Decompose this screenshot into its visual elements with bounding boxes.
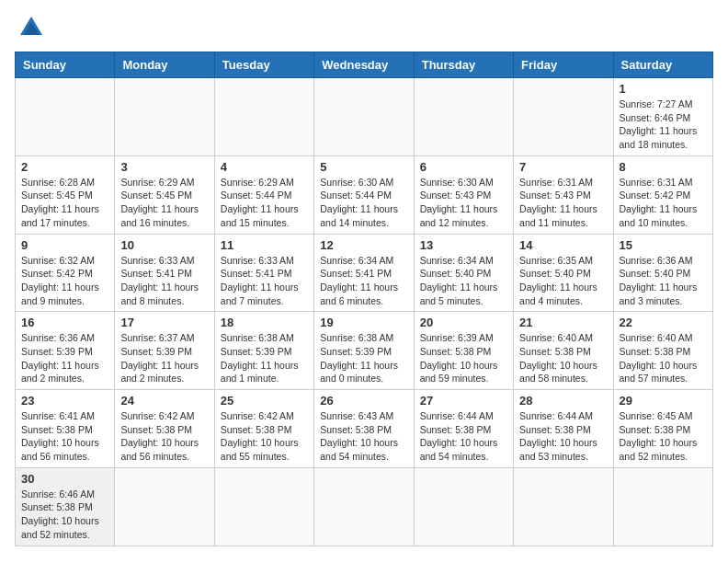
day-info: Sunrise: 6:33 AM Sunset: 5:41 PM Dayligh… bbox=[120, 254, 208, 308]
day-info: Sunrise: 6:30 AM Sunset: 5:44 PM Dayligh… bbox=[320, 176, 407, 230]
day-number: 25 bbox=[221, 394, 308, 408]
day-info: Sunrise: 6:39 AM Sunset: 5:38 PM Dayligh… bbox=[420, 331, 507, 385]
day-number: 3 bbox=[120, 160, 208, 174]
calendar-day-cell: 7Sunrise: 6:31 AM Sunset: 5:43 PM Daylig… bbox=[514, 155, 613, 234]
weekday-header-thursday: Thursday bbox=[414, 52, 513, 78]
day-info: Sunrise: 6:43 AM Sunset: 5:38 PM Dayligh… bbox=[320, 409, 407, 464]
calendar-day-cell: 15Sunrise: 6:36 AM Sunset: 5:40 PM Dayli… bbox=[613, 234, 712, 312]
calendar-day-cell: 22Sunrise: 6:40 AM Sunset: 5:38 PM Dayli… bbox=[613, 312, 712, 390]
calendar-day-cell: 12Sunrise: 6:34 AM Sunset: 5:41 PM Dayli… bbox=[314, 234, 414, 312]
calendar-week-row: 9Sunrise: 6:32 AM Sunset: 5:42 PM Daylig… bbox=[16, 234, 713, 312]
calendar-day-cell bbox=[414, 78, 513, 156]
calendar-day-cell bbox=[115, 78, 214, 156]
calendar-day-cell bbox=[314, 78, 414, 156]
day-number: 12 bbox=[320, 238, 407, 252]
calendar-day-cell: 2Sunrise: 6:28 AM Sunset: 5:45 PM Daylig… bbox=[16, 155, 115, 234]
weekday-header-wednesday: Wednesday bbox=[314, 52, 414, 78]
day-info: Sunrise: 6:30 AM Sunset: 5:43 PM Dayligh… bbox=[420, 176, 507, 230]
day-number: 6 bbox=[420, 160, 507, 174]
day-number: 1 bbox=[620, 82, 707, 96]
calendar-day-cell: 13Sunrise: 6:34 AM Sunset: 5:40 PM Dayli… bbox=[414, 234, 513, 312]
calendar-day-cell bbox=[115, 467, 214, 546]
calendar-day-cell: 1Sunrise: 7:27 AM Sunset: 6:46 PM Daylig… bbox=[613, 78, 712, 156]
day-info: Sunrise: 6:46 AM Sunset: 5:38 PM Dayligh… bbox=[21, 488, 108, 542]
day-number: 2 bbox=[21, 160, 108, 174]
day-info: Sunrise: 6:31 AM Sunset: 5:43 PM Dayligh… bbox=[519, 176, 607, 230]
calendar-day-cell: 30Sunrise: 6:46 AM Sunset: 5:38 PM Dayli… bbox=[16, 467, 115, 546]
day-info: Sunrise: 6:37 AM Sunset: 5:39 PM Dayligh… bbox=[120, 331, 208, 385]
calendar-day-cell: 16Sunrise: 6:36 AM Sunset: 5:39 PM Dayli… bbox=[16, 312, 115, 390]
day-info: Sunrise: 6:40 AM Sunset: 5:38 PM Dayligh… bbox=[620, 331, 707, 385]
weekday-header-sunday: Sunday bbox=[16, 52, 115, 78]
day-info: Sunrise: 6:33 AM Sunset: 5:41 PM Dayligh… bbox=[221, 254, 308, 308]
day-number: 19 bbox=[320, 316, 407, 329]
calendar-day-cell: 27Sunrise: 6:44 AM Sunset: 5:38 PM Dayli… bbox=[414, 390, 513, 468]
calendar-day-cell: 25Sunrise: 6:42 AM Sunset: 5:38 PM Dayli… bbox=[214, 390, 313, 468]
logo-icon bbox=[18, 15, 44, 40]
calendar-day-cell: 10Sunrise: 6:33 AM Sunset: 5:41 PM Dayli… bbox=[115, 234, 214, 312]
day-number: 26 bbox=[320, 394, 407, 408]
day-info: Sunrise: 6:42 AM Sunset: 5:38 PM Dayligh… bbox=[221, 409, 308, 464]
calendar-day-cell: 21Sunrise: 6:40 AM Sunset: 5:38 PM Dayli… bbox=[514, 312, 613, 390]
calendar-day-cell: 5Sunrise: 6:30 AM Sunset: 5:44 PM Daylig… bbox=[314, 155, 414, 234]
day-number: 5 bbox=[320, 160, 407, 174]
calendar-day-cell: 17Sunrise: 6:37 AM Sunset: 5:39 PM Dayli… bbox=[115, 312, 214, 390]
day-number: 22 bbox=[620, 316, 707, 329]
calendar-day-cell: 20Sunrise: 6:39 AM Sunset: 5:38 PM Dayli… bbox=[414, 312, 513, 390]
calendar-day-cell bbox=[514, 78, 613, 156]
day-number: 24 bbox=[120, 394, 208, 408]
day-info: Sunrise: 6:44 AM Sunset: 5:38 PM Dayligh… bbox=[420, 409, 507, 464]
calendar-day-cell: 24Sunrise: 6:42 AM Sunset: 5:38 PM Dayli… bbox=[115, 390, 214, 468]
day-info: Sunrise: 6:28 AM Sunset: 5:45 PM Dayligh… bbox=[21, 176, 108, 230]
day-number: 8 bbox=[620, 160, 707, 174]
calendar-week-row: 16Sunrise: 6:36 AM Sunset: 5:39 PM Dayli… bbox=[16, 312, 713, 390]
day-number: 7 bbox=[519, 160, 607, 174]
calendar-day-cell: 19Sunrise: 6:38 AM Sunset: 5:39 PM Dayli… bbox=[314, 312, 414, 390]
calendar-day-cell bbox=[214, 467, 313, 546]
day-number: 17 bbox=[120, 316, 208, 329]
day-info: Sunrise: 6:29 AM Sunset: 5:45 PM Dayligh… bbox=[120, 176, 208, 230]
day-number: 14 bbox=[519, 238, 607, 252]
day-info: Sunrise: 6:36 AM Sunset: 5:40 PM Dayligh… bbox=[620, 254, 707, 308]
day-info: Sunrise: 6:34 AM Sunset: 5:40 PM Dayligh… bbox=[420, 254, 507, 308]
day-info: Sunrise: 6:45 AM Sunset: 5:38 PM Dayligh… bbox=[620, 409, 707, 464]
day-info: Sunrise: 6:44 AM Sunset: 5:38 PM Dayligh… bbox=[519, 409, 607, 464]
weekday-header-saturday: Saturday bbox=[613, 52, 712, 78]
day-info: Sunrise: 7:27 AM Sunset: 6:46 PM Dayligh… bbox=[620, 98, 707, 152]
calendar-day-cell bbox=[613, 467, 712, 546]
calendar-day-cell: 23Sunrise: 6:41 AM Sunset: 5:38 PM Dayli… bbox=[16, 390, 115, 468]
day-number: 16 bbox=[21, 316, 108, 329]
day-info: Sunrise: 6:31 AM Sunset: 5:42 PM Dayligh… bbox=[620, 176, 707, 230]
day-info: Sunrise: 6:34 AM Sunset: 5:41 PM Dayligh… bbox=[320, 254, 407, 308]
calendar-day-cell: 11Sunrise: 6:33 AM Sunset: 5:41 PM Dayli… bbox=[214, 234, 313, 312]
day-info: Sunrise: 6:41 AM Sunset: 5:38 PM Dayligh… bbox=[21, 409, 108, 464]
calendar-day-cell: 14Sunrise: 6:35 AM Sunset: 5:40 PM Dayli… bbox=[514, 234, 613, 312]
calendar-day-cell: 26Sunrise: 6:43 AM Sunset: 5:38 PM Dayli… bbox=[314, 390, 414, 468]
calendar-day-cell: 9Sunrise: 6:32 AM Sunset: 5:42 PM Daylig… bbox=[16, 234, 115, 312]
calendar-day-cell: 3Sunrise: 6:29 AM Sunset: 5:45 PM Daylig… bbox=[115, 155, 214, 234]
calendar-day-cell: 29Sunrise: 6:45 AM Sunset: 5:38 PM Dayli… bbox=[613, 390, 712, 468]
day-info: Sunrise: 6:38 AM Sunset: 5:39 PM Dayligh… bbox=[221, 331, 308, 385]
calendar-day-cell: 28Sunrise: 6:44 AM Sunset: 5:38 PM Dayli… bbox=[514, 390, 613, 468]
day-number: 18 bbox=[221, 316, 308, 329]
day-number: 21 bbox=[519, 316, 607, 329]
calendar-day-cell: 4Sunrise: 6:29 AM Sunset: 5:44 PM Daylig… bbox=[214, 155, 313, 234]
calendar-day-cell: 18Sunrise: 6:38 AM Sunset: 5:39 PM Dayli… bbox=[214, 312, 313, 390]
calendar-day-cell bbox=[16, 78, 115, 156]
day-number: 11 bbox=[221, 238, 308, 252]
day-info: Sunrise: 6:29 AM Sunset: 5:44 PM Dayligh… bbox=[221, 176, 308, 230]
day-info: Sunrise: 6:40 AM Sunset: 5:38 PM Dayligh… bbox=[519, 331, 607, 385]
weekday-header-friday: Friday bbox=[514, 52, 613, 78]
day-info: Sunrise: 6:35 AM Sunset: 5:40 PM Dayligh… bbox=[519, 254, 607, 308]
day-number: 13 bbox=[420, 238, 507, 252]
calendar-day-cell bbox=[414, 467, 513, 546]
calendar-week-row: 23Sunrise: 6:41 AM Sunset: 5:38 PM Dayli… bbox=[16, 390, 713, 468]
day-number: 10 bbox=[120, 238, 208, 252]
day-number: 4 bbox=[221, 160, 308, 174]
day-info: Sunrise: 6:36 AM Sunset: 5:39 PM Dayligh… bbox=[21, 331, 108, 385]
calendar-day-cell: 6Sunrise: 6:30 AM Sunset: 5:43 PM Daylig… bbox=[414, 155, 513, 234]
day-info: Sunrise: 6:38 AM Sunset: 5:39 PM Dayligh… bbox=[320, 331, 407, 385]
day-number: 9 bbox=[21, 238, 108, 252]
page-header bbox=[15, 15, 713, 40]
calendar-week-row: 1Sunrise: 7:27 AM Sunset: 6:46 PM Daylig… bbox=[16, 78, 713, 156]
